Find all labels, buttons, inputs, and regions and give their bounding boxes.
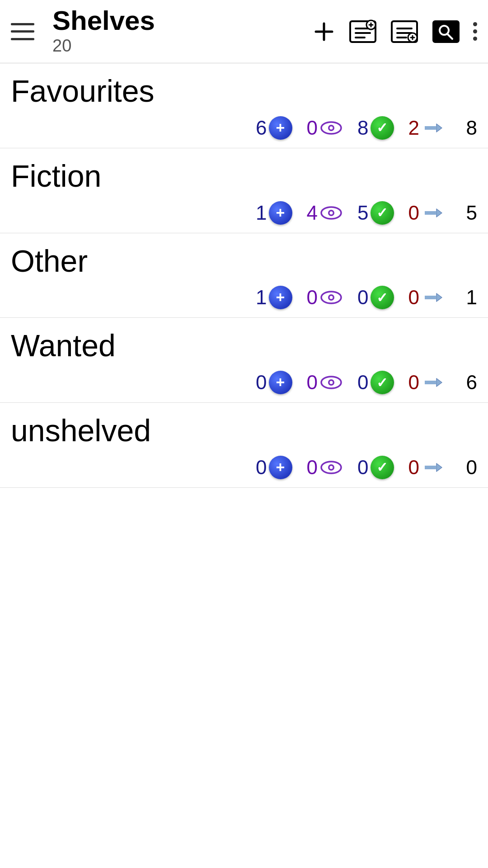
lent-group[interactable]: 0 bbox=[408, 456, 445, 479]
header-actions bbox=[312, 19, 477, 44]
to-read-count: 1 bbox=[256, 202, 267, 224]
read-count: 8 bbox=[357, 117, 368, 139]
shelf-item[interactable]: Other 1 0 0 bbox=[0, 233, 488, 318]
to-read-count: 6 bbox=[256, 117, 267, 139]
read-count: 0 bbox=[357, 286, 368, 309]
lent-group[interactable]: 2 bbox=[408, 117, 445, 139]
shelf-list: Favourites 6 0 8 bbox=[0, 63, 488, 488]
read-count: 0 bbox=[357, 371, 368, 394]
lent-arrow-icon[interactable] bbox=[421, 288, 445, 307]
shelf-item[interactable]: Favourites 6 0 8 bbox=[0, 63, 488, 148]
shelf-item[interactable]: Fiction 1 4 5 bbox=[0, 148, 488, 233]
shelf-stats: 1 4 5 0 bbox=[11, 197, 477, 233]
shelf-name: Other bbox=[11, 233, 477, 282]
lent-count: 0 bbox=[408, 371, 419, 394]
svg-rect-30 bbox=[425, 296, 436, 299]
reading-count: 4 bbox=[307, 202, 318, 224]
to-read-group[interactable]: 1 bbox=[256, 286, 292, 309]
svg-rect-38 bbox=[425, 466, 436, 469]
shelf-total: 0 bbox=[459, 456, 477, 479]
svg-point-29 bbox=[330, 296, 333, 299]
svg-rect-26 bbox=[425, 211, 436, 215]
read-check-icon[interactable] bbox=[371, 116, 394, 140]
lent-group[interactable]: 0 bbox=[408, 371, 445, 394]
read-count: 5 bbox=[357, 202, 368, 224]
svg-rect-16 bbox=[433, 21, 459, 42]
shelf-stats: 0 0 0 0 bbox=[11, 366, 477, 402]
read-check-icon[interactable] bbox=[371, 456, 394, 479]
shelf-stats: 1 0 0 0 bbox=[11, 281, 477, 317]
add-to-list-button[interactable] bbox=[390, 19, 419, 44]
to-read-group[interactable]: 6 bbox=[256, 116, 292, 140]
header-title-block: Shelves 20 bbox=[52, 7, 155, 56]
lent-count: 0 bbox=[408, 202, 419, 224]
reading-eye-icon[interactable] bbox=[319, 205, 343, 221]
add-to-read-icon[interactable] bbox=[269, 116, 292, 140]
reading-group[interactable]: 0 bbox=[307, 456, 343, 479]
shelf-name: Favourites bbox=[11, 63, 477, 112]
reading-eye-icon[interactable] bbox=[319, 290, 343, 305]
add-to-queue-button[interactable] bbox=[348, 19, 377, 44]
more-options-button[interactable] bbox=[473, 19, 477, 44]
svg-point-21 bbox=[330, 126, 333, 129]
shelf-total: 8 bbox=[459, 117, 477, 139]
add-shelf-button[interactable] bbox=[312, 20, 336, 43]
reading-group[interactable]: 0 bbox=[307, 286, 343, 309]
svg-rect-34 bbox=[425, 381, 436, 384]
to-read-count: 1 bbox=[256, 286, 267, 309]
lent-arrow-icon[interactable] bbox=[421, 373, 445, 392]
lent-group[interactable]: 0 bbox=[408, 202, 445, 224]
read-group[interactable]: 5 bbox=[357, 201, 394, 225]
svg-rect-22 bbox=[425, 126, 436, 130]
lent-count: 0 bbox=[408, 456, 419, 479]
add-to-read-icon[interactable] bbox=[269, 456, 292, 479]
svg-point-33 bbox=[330, 381, 333, 384]
reading-count: 0 bbox=[307, 456, 318, 479]
lent-arrow-icon[interactable] bbox=[421, 203, 445, 222]
shelf-item[interactable]: unshelved 0 0 0 bbox=[0, 403, 488, 488]
add-to-read-icon[interactable] bbox=[269, 371, 292, 394]
search-button[interactable] bbox=[432, 19, 460, 44]
reading-group[interactable]: 0 bbox=[307, 117, 343, 139]
add-to-read-icon[interactable] bbox=[269, 286, 292, 309]
app-header: Shelves 20 bbox=[0, 0, 488, 63]
shelf-count: 20 bbox=[52, 36, 155, 56]
shelf-item[interactable]: Wanted 0 0 0 bbox=[0, 318, 488, 403]
reading-count: 0 bbox=[307, 371, 318, 394]
page-title: Shelves bbox=[52, 7, 155, 34]
to-read-group[interactable]: 1 bbox=[256, 201, 292, 225]
shelf-total: 5 bbox=[459, 202, 477, 224]
add-to-read-icon[interactable] bbox=[269, 201, 292, 225]
lent-count: 2 bbox=[408, 117, 419, 139]
shelf-stats: 0 0 0 0 bbox=[11, 451, 477, 487]
read-check-icon[interactable] bbox=[371, 371, 394, 394]
shelf-name: Fiction bbox=[11, 148, 477, 197]
lent-arrow-icon[interactable] bbox=[421, 458, 445, 477]
svg-point-37 bbox=[330, 466, 333, 469]
read-group[interactable]: 8 bbox=[357, 116, 394, 140]
svg-point-25 bbox=[330, 211, 333, 214]
reading-count: 0 bbox=[307, 117, 318, 139]
lent-arrow-icon[interactable] bbox=[421, 118, 445, 137]
read-check-icon[interactable] bbox=[371, 201, 394, 225]
read-group[interactable]: 0 bbox=[357, 371, 394, 394]
to-read-count: 0 bbox=[256, 456, 267, 479]
lent-group[interactable]: 0 bbox=[408, 286, 445, 309]
reading-eye-icon[interactable] bbox=[319, 460, 343, 475]
reading-group[interactable]: 0 bbox=[307, 371, 343, 394]
reading-eye-icon[interactable] bbox=[319, 120, 343, 136]
lent-count: 0 bbox=[408, 286, 419, 309]
read-group[interactable]: 0 bbox=[357, 286, 394, 309]
to-read-count: 0 bbox=[256, 371, 267, 394]
read-count: 0 bbox=[357, 456, 368, 479]
reading-eye-icon[interactable] bbox=[319, 375, 343, 390]
to-read-group[interactable]: 0 bbox=[256, 371, 292, 394]
read-group[interactable]: 0 bbox=[357, 456, 394, 479]
to-read-group[interactable]: 0 bbox=[256, 456, 292, 479]
shelf-name: unshelved bbox=[11, 403, 477, 451]
read-check-icon[interactable] bbox=[371, 286, 394, 309]
hamburger-menu-button[interactable] bbox=[11, 23, 34, 40]
shelf-total: 6 bbox=[459, 371, 477, 394]
shelf-total: 1 bbox=[459, 286, 477, 309]
reading-group[interactable]: 4 bbox=[307, 202, 343, 224]
